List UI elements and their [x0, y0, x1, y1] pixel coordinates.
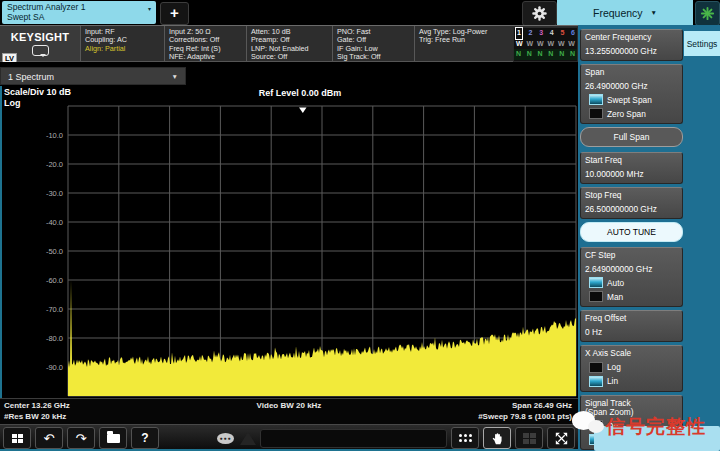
freq-offset-button[interactable]: Freq Offset 0 Hz [580, 310, 683, 342]
svg-text:-80.0: -80.0 [46, 334, 63, 343]
radio-indicator [589, 94, 603, 105]
radio-label: Auto [607, 278, 624, 288]
tab-spectrum-analyzer[interactable]: Spectrum Analyzer 1 ▾ Swept SA [2, 1, 156, 24]
svg-text:-90.0: -90.0 [46, 363, 63, 372]
trace-types-row: WWWWWW [514, 39, 577, 50]
radio-x-scale-lin[interactable]: Lin [589, 376, 678, 387]
trace-indicator: 5 [560, 28, 564, 39]
menu-title-dropdown[interactable]: Frequency ▼ [557, 0, 693, 25]
trace-indicator: 3 [539, 28, 543, 39]
ellipsis-icon: ●●● [219, 435, 231, 441]
system-info-column[interactable]: Avg Type: Log-PowerTrig: Free Run [414, 26, 510, 61]
cf-step-button[interactable]: CF Step 2.649000000 GHz Auto Man [580, 247, 683, 307]
menu-item-value: 26.4900000 GHz [585, 82, 678, 92]
measurement-selector[interactable]: ▼ 1 Spectrum [0, 67, 186, 85]
trace-indicator: N [538, 49, 543, 60]
radio-x-scale-log[interactable]: Log [589, 362, 678, 373]
trace-plot: -10.0-20.0-30.0-40.0-50.0-60.0-70.0-80.0… [0, 86, 578, 398]
gear-icon [531, 5, 548, 22]
system-info-line: Align: Partial [85, 45, 164, 53]
screen-left-edge [0, 86, 2, 398]
x-axis-scale-group[interactable]: X Axis Scale Log Lin [580, 345, 683, 392]
trace-indicator: N [570, 49, 575, 60]
svg-text:-70.0: -70.0 [46, 305, 63, 314]
watermark-text: 信号完整性 [606, 414, 706, 440]
trace-indicator: W [526, 39, 533, 50]
system-info-column[interactable]: Input: RFCoupling: ACAlign: Partial [80, 26, 164, 61]
undo-icon: ↶ [44, 432, 55, 445]
span-button[interactable]: Span 26.4900000 GHz Swept Span Zero Span [580, 64, 683, 124]
window-layout-button[interactable] [515, 427, 543, 449]
menu-item-label: Freq Offset [585, 314, 678, 324]
sweep-annotation: #Sweep 79.8 s (1001 pts) [478, 412, 572, 423]
notch-icon [240, 432, 256, 445]
speech-bubble-icon [32, 45, 49, 56]
system-info-column[interactable]: Atten: 10 dBPreamp: OffLNP: Not EnabledS… [246, 26, 332, 61]
help-button[interactable]: ? [131, 427, 159, 449]
system-info-bar: KEYSIGHT Input: RFCoupling: ACAlign: Par… [0, 25, 578, 62]
radio-indicator [589, 108, 603, 119]
full-span-button[interactable]: Full Span [580, 127, 683, 147]
busy-asterisk-icon [700, 6, 715, 21]
fullscreen-button[interactable] [547, 427, 575, 449]
radio-zero-span[interactable]: Zero Span [589, 108, 678, 119]
menu-item-label: CF Step [585, 251, 678, 261]
menu-item-label: Center Frequency [585, 33, 678, 43]
menu-item-label: Start Freq [585, 156, 678, 166]
brand-logo: KEYSIGHT [11, 31, 70, 43]
trace-indicator: W [547, 39, 554, 50]
radio-swept-span[interactable]: Swept Span [589, 94, 678, 105]
touch-pointer-button[interactable] [483, 427, 511, 449]
spectrum-display[interactable]: Scale/Div 10 dB Log Ref Level 0.00 dBm -… [0, 86, 578, 398]
trace-indicator: N [559, 49, 564, 60]
hand-pointer-icon [491, 432, 504, 445]
status-entry-strip[interactable] [260, 429, 447, 448]
system-info-column[interactable]: Input Z: 50 ΩCorrections: OffFreq Ref: I… [164, 26, 246, 61]
y-axis-labels: -10.0-20.0-30.0-40.0-50.0-60.0-70.0-80.0… [46, 131, 63, 372]
svg-text:-10.0: -10.0 [46, 131, 63, 140]
ref-marker-icon [299, 108, 307, 114]
trace-indicator: 6 [571, 28, 575, 39]
dots-grid-icon [459, 434, 472, 442]
radio-cf-step-auto[interactable]: Auto [589, 277, 678, 288]
trace-indicator: N [527, 49, 532, 60]
bottom-toolbar: ↶ ↷ ? ●●● [0, 424, 578, 451]
auto-tune-button[interactable]: AUTO TUNE [580, 222, 683, 242]
svg-text:-30.0: -30.0 [46, 189, 63, 198]
windows-logo-icon [12, 434, 23, 443]
undo-button[interactable]: ↶ [35, 427, 63, 449]
radio-label: Lin [607, 376, 618, 386]
menu-item-value: 13.255000000 GHz [585, 47, 678, 57]
trace-indicator: 1 [516, 28, 522, 39]
trace-numbers-row: 123456 [514, 28, 577, 39]
menu-item-label: Span [585, 68, 678, 78]
redo-button[interactable]: ↷ [67, 427, 95, 449]
trace-indicator: 2 [529, 28, 533, 39]
menu-item-value: 10.000000 MHz [585, 170, 678, 180]
file-button[interactable] [99, 427, 127, 449]
message-bubble-button[interactable]: ●●● [217, 433, 234, 444]
stop-freq-button[interactable]: Stop Freq 26.500000000 GHz [580, 187, 683, 219]
expand-arrows-icon [555, 432, 568, 445]
radio-indicator [589, 291, 603, 302]
radio-label: Log [607, 362, 621, 372]
frequency-menu: Center Frequency 13.255000000 GHz Span 2… [580, 29, 683, 451]
tab-subtitle: Swept SA [7, 13, 151, 23]
radio-cf-step-man[interactable]: Man [589, 291, 678, 302]
system-settings-button[interactable] [522, 1, 557, 26]
menu-item-value: 2.649000000 GHz [585, 265, 678, 275]
chevron-down-icon: ▼ [651, 9, 657, 16]
center-frequency-button[interactable]: Center Frequency 13.255000000 GHz [580, 29, 683, 61]
system-info-column[interactable]: PNO: FastGate: OffIF Gain: LowSig Track:… [332, 26, 414, 61]
svg-text:-60.0: -60.0 [46, 276, 63, 285]
tab-settings[interactable]: Settings [684, 31, 720, 56]
menu-item-value: 26.500000000 GHz [585, 205, 678, 215]
add-tab-button[interactable]: + [160, 2, 189, 25]
windows-start-button[interactable] [3, 427, 31, 449]
menu-item-label: X Axis Scale [585, 349, 678, 359]
start-freq-button[interactable]: Start Freq 10.000000 MHz [580, 152, 683, 184]
display-dots-button[interactable] [451, 427, 479, 449]
radio-indicator [589, 277, 603, 288]
trace-status-panel[interactable]: 123456 WWWWWW NNNNNN [513, 27, 578, 62]
system-info-line: Source: Off [251, 53, 332, 61]
